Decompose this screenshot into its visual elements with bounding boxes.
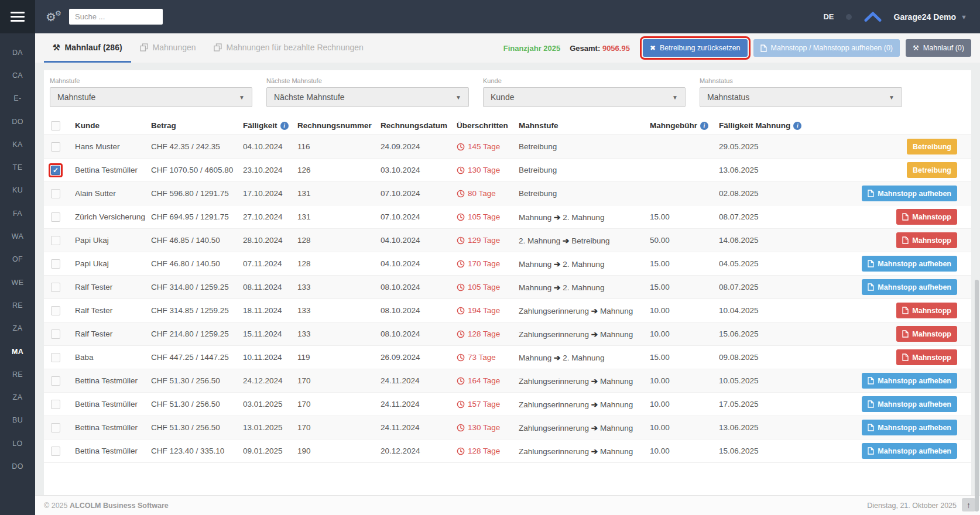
sidebar-item-ka[interactable]: KA	[0, 133, 35, 156]
betreibung-zuruecksetzen-button[interactable]: ✖ Betreibung zurücksetzen	[643, 39, 748, 57]
row-action-button[interactable]: Mahnstopp	[896, 349, 957, 365]
mahnstatus-select[interactable]: Mahnstatus ▼	[700, 87, 902, 107]
sidebar-item-za[interactable]: ZA	[0, 386, 35, 408]
row-checkbox[interactable]: ✓	[51, 447, 60, 456]
invoice-date: 26.09.2024	[381, 353, 457, 362]
file-icon	[902, 353, 909, 361]
dunning-fee: 10.00	[650, 376, 719, 385]
chevron-down-icon: ▼	[889, 94, 895, 101]
info-icon[interactable]: i	[793, 122, 801, 130]
sidebar-item-za[interactable]: ZA	[0, 317, 35, 340]
overdue-cell: 194 Tage	[457, 306, 519, 315]
sidebar-item-wa[interactable]: WA	[0, 225, 35, 248]
mahnlauf-button[interactable]: ⚒ Mahnlauf (0)	[906, 39, 971, 57]
overdue-days: 130 Tage	[468, 166, 500, 174]
sidebar-item-do[interactable]: DO	[0, 110, 35, 133]
info-icon[interactable]: i	[280, 122, 289, 130]
row-checkbox[interactable]: ✓	[51, 259, 60, 269]
mahnstufe-select[interactable]: Mahnstufe ▼	[50, 87, 252, 107]
row-action-button[interactable]: Mahnstopp aufheben	[862, 256, 957, 272]
sidebar-item-da[interactable]: DA	[0, 41, 35, 64]
naechste-mahnstufe-select[interactable]: Nächste Mahnstufe ▼	[266, 87, 469, 107]
filter-mahnstufe: Mahnstufe Mahnstufe ▼	[50, 77, 252, 107]
settings-cogs-icon[interactable]: ⚙⚙	[46, 9, 62, 25]
scroll-to-top-button[interactable]: ↑	[962, 498, 975, 511]
clock-icon	[457, 143, 465, 151]
row-action-button[interactable]: Mahnstopp	[896, 232, 957, 248]
button-label: Mahnstopp / Mahnstopp aufheben (0)	[771, 44, 893, 52]
row-action-button[interactable]: Betreibung	[907, 162, 957, 178]
row-checkbox[interactable]: ✓	[51, 142, 60, 152]
row-checkbox[interactable]: ✓	[51, 353, 60, 362]
overdue-days: 128 Tage	[468, 447, 500, 455]
sidebar-item-e[interactable]: E-	[0, 87, 35, 110]
row-action-button[interactable]: Betreibung	[907, 139, 957, 154]
sidebar-item-do[interactable]: DO	[0, 455, 35, 478]
language-switcher[interactable]: DE	[823, 12, 834, 21]
select-all-checkbox[interactable]	[51, 121, 60, 131]
row-action-button[interactable]: Mahnstopp	[896, 303, 957, 318]
row-action-button[interactable]: Mahnstopp aufheben	[862, 186, 957, 201]
search-input[interactable]	[69, 9, 163, 25]
chevron-down-icon: ▼	[672, 94, 678, 101]
sidebar-item-of[interactable]: OF	[0, 248, 35, 271]
row-checkbox[interactable]: ✓	[51, 212, 60, 222]
sidebar-item-re[interactable]: RE	[0, 363, 35, 386]
sidebar-toggle-button[interactable]	[0, 0, 35, 33]
clock-icon	[457, 236, 465, 245]
row-action-button[interactable]: Mahnstopp aufheben	[862, 443, 957, 459]
row-action-button[interactable]: Mahnstopp aufheben	[862, 420, 957, 435]
tab-label: Mahnlauf (286)	[65, 43, 122, 52]
row-checkbox[interactable]: ✓	[51, 376, 60, 386]
account-dropdown[interactable]: Garage24 Demo ▼	[894, 12, 968, 22]
table-row: ✓ Papi Ukaj CHF 46.85 / 140.50 28.10.202…	[44, 229, 971, 252]
row-checkbox[interactable]: ✓	[51, 400, 60, 409]
action-label: Mahnstopp aufheben	[878, 424, 951, 432]
invoice-number: 131	[297, 189, 381, 198]
info-icon[interactable]: i	[700, 122, 708, 130]
tab-mahnlauf[interactable]: ⚒ Mahnlauf (286)	[44, 33, 131, 63]
action-label: Mahnstopp aufheben	[878, 447, 951, 455]
dunning-fee: 15.00	[650, 283, 719, 291]
amount: CHF 123.40 / 335.10	[151, 447, 243, 455]
row-action-button[interactable]: Mahnstopp aufheben	[862, 396, 957, 412]
total-caption: Gesamt:	[570, 44, 600, 53]
row-action-button[interactable]: Mahnstopp aufheben	[862, 279, 957, 295]
sidebar-item-ku[interactable]: KU	[0, 179, 35, 202]
table-row: ✓ Ralf Tester CHF 214.80 / 1259.25 15.11…	[44, 322, 971, 346]
dunning-fee: 10.00	[650, 329, 719, 338]
sidebar-item-bu[interactable]: BU	[0, 409, 35, 432]
dunning-due-date: 04.05.2025	[719, 259, 824, 268]
mahnstopp-aufheben-bulk-button[interactable]: Mahnstopp / Mahnstopp aufheben (0)	[753, 39, 900, 57]
row-checkbox[interactable]: ✓	[51, 423, 60, 432]
sidebar-item-we[interactable]: WE	[0, 271, 35, 294]
sidebar-item-re[interactable]: RE	[0, 294, 35, 317]
sidebar-item-lo[interactable]: LO	[0, 432, 35, 455]
kunde-select[interactable]: Kunde ▼	[483, 87, 686, 107]
sidebar-nav: DACAE-DOKATEKUFAWAOFWEREZAMAREZABULODO	[0, 33, 35, 478]
filter-label: Nächste Mahnstufe	[266, 77, 469, 84]
overdue-cell: 128 Tage	[457, 447, 519, 455]
action-label: Mahnstopp aufheben	[878, 377, 951, 385]
row-checkbox[interactable]: ✓	[51, 236, 60, 245]
action-label: Betreibung	[913, 166, 951, 174]
sidebar-item-ca[interactable]: CA	[0, 64, 35, 87]
row-checkbox[interactable]: ✓	[51, 306, 60, 315]
invoice-number: 128	[297, 236, 381, 245]
sidebar-item-te[interactable]: TE	[0, 156, 35, 178]
scrollbar-thumb[interactable]	[975, 280, 979, 511]
row-checkbox[interactable]: ✓	[51, 166, 60, 175]
row-checkbox[interactable]: ✓	[51, 189, 60, 198]
row-action-button[interactable]: Mahnstopp	[896, 209, 957, 225]
sidebar-item-ma[interactable]: MA	[0, 340, 35, 363]
row-action-button[interactable]: Mahnstopp aufheben	[862, 373, 957, 389]
row-action-button[interactable]: Mahnstopp	[896, 326, 957, 342]
tab-mahnungen[interactable]: Mahnungen	[131, 33, 205, 63]
sidebar-item-fa[interactable]: FA	[0, 202, 35, 225]
amount: CHF 51.30 / 256.50	[151, 423, 243, 432]
tab-mahnungen-bezahlt[interactable]: Mahnungen für bezahlte Rechnungen	[205, 33, 372, 63]
row-checkbox[interactable]: ✓	[51, 283, 60, 292]
row-checkbox[interactable]: ✓	[51, 329, 60, 339]
file-icon	[902, 236, 909, 244]
x-icon: ✖	[650, 44, 656, 52]
